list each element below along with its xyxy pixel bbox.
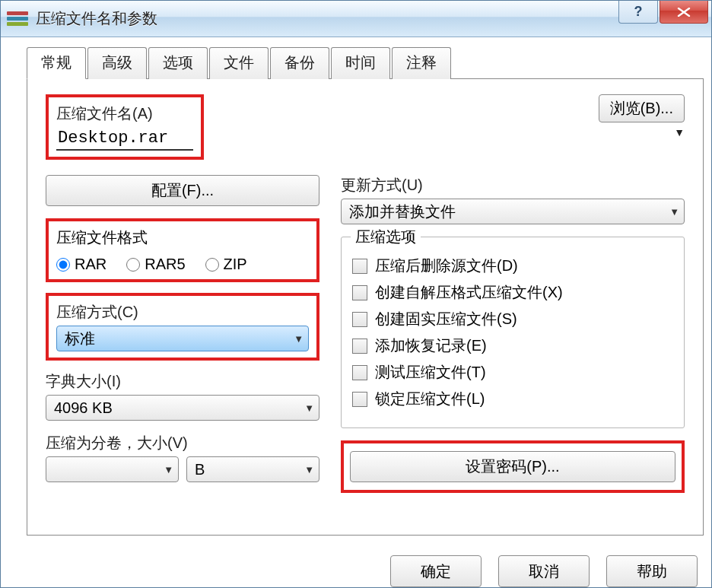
checkbox-icon — [352, 365, 367, 380]
chevron-down-icon: ▼ — [304, 402, 314, 414]
chevron-down-icon: ▼ — [164, 464, 173, 475]
opt-test[interactable]: 测试压缩文件(T) — [352, 362, 673, 383]
opt-recovery[interactable]: 添加恢复记录(E) — [352, 335, 673, 356]
window-title: 压缩文件名和参数 — [36, 8, 157, 29]
window-buttons: ? — [617, 1, 708, 24]
format-legend: 压缩文件格式 — [56, 227, 309, 248]
profiles-button[interactable]: 配置(F)... — [46, 175, 319, 206]
dict-label: 字典大小(I) — [46, 371, 319, 392]
help-button[interactable]: 帮助 — [606, 555, 698, 587]
radio-rar[interactable]: RAR — [56, 256, 106, 273]
opt-solid[interactable]: 创建固实压缩文件(S) — [352, 309, 673, 329]
method-combo[interactable]: 标准 ▼ — [56, 326, 309, 351]
app-icon — [7, 8, 28, 30]
highlight-filename: 压缩文件名(A) Desktop.rar — [46, 94, 204, 160]
archive-options-group: 压缩选项 压缩后删除源文件(D) 创建自解压格式压缩文件(X) 创建固实压缩文件… — [341, 237, 685, 428]
split-unit-combo[interactable]: B ▼ — [186, 456, 319, 482]
tab-general[interactable]: 常规 — [27, 47, 86, 79]
opt-sfx[interactable]: 创建自解压格式压缩文件(X) — [352, 282, 673, 303]
dialog-window: 压缩文件名和参数 ? 常规 高级 选项 文件 备份 时间 注释 压缩文件名(A)… — [0, 0, 712, 588]
update-combo[interactable]: 添加并替换文件 ▼ — [341, 199, 685, 224]
tab-panel-general: 压缩文件名(A) Desktop.rar 浏览(B)... ▼ 配置(F)... — [27, 79, 704, 536]
radio-rar5[interactable]: RAR5 — [126, 256, 185, 273]
help-button-icon[interactable]: ? — [618, 1, 658, 24]
tab-files[interactable]: 文件 — [209, 47, 269, 79]
opt-lock[interactable]: 锁定压缩文件(L) — [352, 389, 673, 409]
browse-button[interactable]: 浏览(B)... — [599, 94, 685, 122]
ok-button[interactable]: 确定 — [390, 555, 482, 587]
checkbox-icon — [352, 312, 367, 327]
cancel-button[interactable]: 取消 — [498, 555, 590, 587]
format-group: 压缩文件格式 RAR RAR5 ZIP — [56, 227, 309, 273]
dialog-footer: 确定 取消 帮助 — [1, 551, 711, 587]
tab-bar: 常规 高级 选项 文件 备份 时间 注释 — [27, 46, 704, 79]
content-area: 常规 高级 选项 文件 备份 时间 注释 压缩文件名(A) Desktop.ra… — [1, 37, 711, 587]
set-password-button[interactable]: 设置密码(P)... — [350, 451, 675, 482]
highlight-method: 压缩方式(C) 标准 ▼ — [46, 293, 319, 361]
tab-backup[interactable]: 备份 — [270, 47, 329, 79]
filename-dropdown-icon[interactable]: ▼ — [674, 126, 685, 138]
tab-options[interactable]: 选项 — [148, 47, 208, 79]
split-size-combo[interactable]: ▼ — [46, 456, 179, 482]
titlebar: 压缩文件名和参数 ? — [1, 1, 711, 37]
chevron-down-icon: ▼ — [304, 464, 314, 475]
filename-label: 压缩文件名(A) — [56, 103, 193, 124]
update-label: 更新方式(U) — [341, 175, 685, 195]
chevron-down-icon: ▼ — [294, 333, 304, 345]
checkbox-icon — [352, 259, 367, 274]
checkbox-icon — [352, 285, 367, 300]
tab-comment[interactable]: 注释 — [392, 47, 451, 79]
highlight-format: 压缩文件格式 RAR RAR5 ZIP — [46, 218, 319, 282]
tab-time[interactable]: 时间 — [331, 47, 390, 79]
filename-input[interactable]: Desktop.rar — [56, 127, 193, 151]
chevron-down-icon: ▼ — [669, 206, 679, 218]
radio-zip[interactable]: ZIP — [205, 256, 247, 273]
close-button[interactable] — [660, 1, 708, 24]
highlight-password: 设置密码(P)... — [341, 440, 685, 493]
method-label: 压缩方式(C) — [56, 302, 309, 323]
checkbox-icon — [352, 338, 367, 354]
archive-options-legend: 压缩选项 — [351, 227, 421, 247]
split-label: 压缩为分卷，大小(V) — [46, 433, 319, 453]
opt-delete-after[interactable]: 压缩后删除源文件(D) — [352, 256, 673, 276]
tab-advanced[interactable]: 高级 — [87, 47, 147, 79]
dict-combo[interactable]: 4096 KB ▼ — [46, 395, 319, 421]
checkbox-icon — [352, 392, 367, 407]
